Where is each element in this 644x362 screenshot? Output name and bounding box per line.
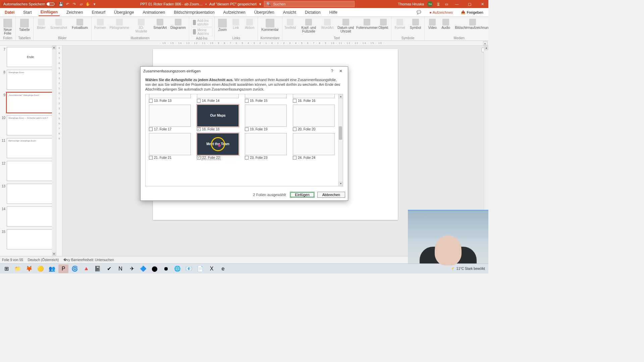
tile-checkbox[interactable] — [293, 127, 297, 131]
app3-icon[interactable]: 🌐 — [172, 264, 182, 273]
cancel-button[interactable]: Abbrechen — [317, 192, 345, 198]
ruler-scroll-up-icon[interactable]: ▴ — [483, 41, 488, 45]
grid-scroll-up-icon[interactable]: ▴ — [338, 94, 343, 99]
language-indicator[interactable]: Deutsch (Österreich) — [28, 258, 59, 262]
zoom-button[interactable]: Zoom — [217, 18, 228, 32]
file-explorer-icon[interactable]: 📁 — [13, 264, 23, 273]
insert-button[interactable]: Einfügen — [290, 192, 314, 198]
qat-dropdown-icon[interactable]: ▾ — [92, 2, 97, 6]
grid-scroll-down-icon[interactable]: ▾ — [338, 181, 343, 186]
tile-checkbox[interactable] — [293, 156, 297, 160]
title-dropdown-icon[interactable]: ▾ — [259, 2, 261, 6]
slide-indicator[interactable]: Folie 9 von 55 — [2, 258, 23, 262]
obs-icon[interactable]: ⬤ — [150, 264, 160, 273]
tab-slideshow[interactable]: Bildschirmpräsentation — [172, 9, 216, 16]
scroll-up-icon[interactable]: ▴ — [52, 46, 56, 50]
tab-dictation[interactable]: Dictation — [303, 9, 323, 16]
slide-tile[interactable]: 21. Folie 21 — [149, 133, 191, 160]
slide-thumbnail[interactable]: 13 — [0, 182, 56, 205]
photo-album-button[interactable]: Fotoalbum — [70, 18, 89, 30]
shapes-button[interactable]: Formen — [94, 18, 107, 30]
slide-tile[interactable]: 23. Folie 23 — [245, 133, 287, 160]
link-button[interactable]: Link — [230, 18, 241, 30]
audio-button[interactable]: Audio — [440, 18, 451, 30]
dialog-help-icon[interactable]: ? — [328, 67, 336, 75]
recorder-icon[interactable]: ⏺ — [161, 264, 171, 273]
slide-thumbnail[interactable]: 7 Ende — [0, 46, 56, 68]
video-button[interactable]: Video — [427, 18, 438, 30]
app2-icon[interactable]: 🔷 — [138, 264, 148, 273]
ribbon-display-icon[interactable]: ▭ — [444, 2, 449, 6]
screen-recording-button[interactable]: Bildschirmaufzeichnung — [453, 18, 488, 30]
tab-help[interactable]: Hilfe — [327, 9, 339, 16]
object-button[interactable]: Objekt — [378, 18, 389, 30]
chrome-icon[interactable]: 🟡 — [36, 264, 46, 273]
table-button[interactable]: Tabelle — [18, 18, 31, 32]
tile-checkbox[interactable] — [245, 156, 249, 160]
new-slide-button[interactable]: Neue Folie — [2, 18, 13, 36]
header-footer-button[interactable]: Kopf- und Fußzeile — [298, 18, 320, 34]
weather-widget[interactable]: ⛅ 11°C Stark bewölkt — [451, 267, 485, 270]
3d-models-button[interactable]: 3D-Modelle — [132, 18, 151, 34]
slide-tile[interactable]: Meet the Team 22. Folie 22 — [197, 133, 239, 160]
tab-start[interactable]: Start — [21, 9, 34, 16]
slide-tile[interactable]: 24. Folie 24 — [293, 133, 335, 160]
scroll-down-icon[interactable]: ▾ — [52, 252, 56, 256]
pictures-button[interactable]: Bilder — [36, 18, 47, 30]
tab-transitions[interactable]: Übergänge — [112, 9, 136, 16]
from-beginning-icon[interactable]: ▱ — [79, 2, 84, 6]
symbol-button[interactable]: Symbol — [409, 18, 422, 30]
wordart-button[interactable]: WordArt — [322, 18, 333, 30]
tile-checkbox[interactable] — [149, 127, 153, 131]
grid-scrollbar[interactable]: ▴ ▾ — [338, 94, 343, 186]
firefox-icon[interactable]: 🦊 — [24, 264, 34, 273]
accessibility-check[interactable]: �ху Barrierefreiheit: Untersuchen — [63, 258, 114, 262]
tab-review[interactable]: Überprüfen — [252, 9, 276, 16]
maximize-icon[interactable]: ▢ — [465, 1, 474, 7]
app-icon[interactable]: 🌀 — [70, 264, 80, 273]
user-avatar[interactable]: TH — [427, 1, 433, 7]
start-menu-icon[interactable]: ⊞ — [1, 264, 11, 273]
thumb-scrollbar[interactable]: ▴ ▾ — [52, 46, 56, 256]
tab-animations[interactable]: Animationen — [141, 9, 167, 16]
tab-view[interactable]: Ansicht — [281, 9, 298, 16]
tile-checkbox[interactable] — [197, 99, 201, 103]
equation-button[interactable]: Formel — [393, 18, 407, 30]
screenshot-button[interactable]: Screenshot — [49, 18, 69, 30]
search-input[interactable]: 🔍 Suchen — [264, 1, 355, 7]
vlc-icon[interactable]: 🔺 — [81, 264, 91, 273]
tile-checkbox[interactable] — [245, 127, 249, 131]
app4-icon[interactable]: 📄 — [195, 264, 205, 273]
tab-file[interactable]: Datei — [3, 9, 16, 16]
teams-icon[interactable]: 👥 — [47, 264, 57, 273]
slide-thumbnail[interactable]: 9 „Automatischer" Übergänge-Zoom — [0, 91, 56, 114]
tile-checkbox[interactable] — [245, 99, 249, 103]
date-time-button[interactable]: Datum und Uhrzeit — [335, 18, 357, 34]
mail-icon[interactable]: 📧 — [184, 264, 194, 273]
icons-button[interactable]: Piktogramme — [109, 18, 130, 30]
smartart-button[interactable]: SmartArt — [153, 18, 168, 30]
excel-icon[interactable]: X — [207, 264, 217, 273]
slide-thumbnail[interactable]: 14 — [0, 205, 56, 228]
redo-icon[interactable]: ↷ — [72, 2, 77, 6]
tile-checkbox[interactable] — [149, 156, 153, 160]
slide-tile[interactable]: 16. Folie 16 — [293, 94, 335, 103]
tab-design[interactable]: Entwurf — [90, 9, 107, 16]
slide-tile[interactable]: Our Maps 18. Folie 18 — [197, 105, 239, 131]
get-addins-button[interactable]: Add-Ins abrufen — [191, 18, 213, 27]
close-icon[interactable]: ✕ — [478, 1, 487, 7]
textbox-button[interactable]: Textfeld — [284, 18, 296, 30]
record-button[interactable]: ● Aufzeichnen — [427, 9, 455, 15]
tab-record[interactable]: Aufzeichnen — [221, 9, 248, 16]
tile-checkbox[interactable] — [197, 156, 201, 160]
slide-thumbnail[interactable]: 15 — [0, 228, 56, 251]
my-addins-button[interactable]: Meine Add-Ins — [191, 27, 213, 36]
slide-tile[interactable]: 19. Folie 19 — [245, 105, 287, 131]
tile-checkbox[interactable] — [197, 127, 201, 131]
autosave-toggle[interactable]: Automatisches Speichern — [1, 2, 57, 6]
slide-tile[interactable]: 15. Folie 15 — [245, 94, 287, 103]
slide-tile[interactable]: 13. Folie 13 — [149, 94, 191, 103]
slide-thumbnail[interactable]: 11 Mehrstufiger Übergänge-Zoom — [0, 137, 56, 160]
todo-icon[interactable]: ✔ — [104, 264, 114, 273]
onenote-win-icon[interactable]: 📓 — [93, 264, 103, 273]
